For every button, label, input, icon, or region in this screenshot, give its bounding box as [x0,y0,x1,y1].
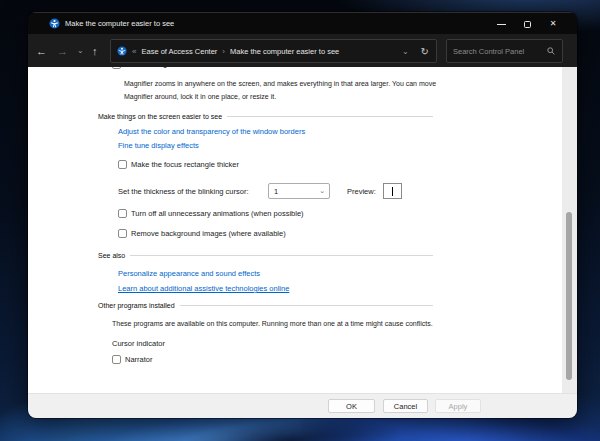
refresh-icon[interactable]: ↻ [421,46,429,57]
narrator-checkbox[interactable] [112,355,121,364]
ease-of-access-window: Make the computer easier to see ✕ ← → ⌄ … [28,12,577,418]
back-icon[interactable]: ← [36,34,47,67]
minimize-button[interactable] [488,13,514,35]
ease-of-access-icon [117,46,127,56]
forward-icon[interactable]: → [57,34,68,67]
title-bar[interactable]: Make the computer easier to see ✕ [28,12,577,34]
ease-of-access-icon [49,18,60,29]
link-window-borders[interactable]: Adjust the color and transparency of the… [118,127,305,136]
vertical-scrollbar[interactable] [562,67,577,393]
background-images-checkbox[interactable] [118,229,127,238]
maximize-button[interactable] [514,13,540,35]
ok-button[interactable]: OK [328,399,375,413]
address-dropdown-chevron-icon[interactable]: ⌄ [402,47,409,56]
chevron-down-icon: ⌄ [319,187,329,195]
up-icon[interactable]: ↑ [92,34,98,67]
checkbox-label: Turn on Magnifier [125,67,184,72]
section-title: See also [98,252,125,259]
close-icon: ✕ [550,20,557,28]
checkbox-label: Make the focus rectangle thicker [131,160,239,169]
breadcrumb-root[interactable]: Ease of Access Center [141,47,217,56]
background-images-row[interactable]: Remove background images (where availabl… [118,229,286,238]
minimize-icon [497,24,506,25]
magnifier-description-line1: Magnifier zooms in anywhere on the scree… [124,80,436,87]
section-rule [130,255,433,256]
cursor-indicator-label: Cursor indicator [112,339,165,348]
cursor-thickness-dropdown[interactable]: 1 ⌄ [268,183,330,199]
section-title: Other programs installed [98,302,175,309]
checkbox-label: Narrator [125,355,153,364]
settings-page: Turn on Magnifier Magnifier zooms in any… [28,67,577,393]
link-assistive-technologies[interactable]: Learn about additional assistive technol… [118,284,289,293]
recent-pages-chevron-icon[interactable]: ⌄ [77,34,84,67]
preview-label: Preview: [347,187,376,196]
section-header-see-also: See also [98,252,433,259]
cursor-preview-caret [392,187,393,196]
desktop: Make the computer easier to see ✕ ← → ⌄ … [0,0,600,441]
focus-rectangle-row[interactable]: Make the focus rectangle thicker [118,160,239,169]
checkbox-label: Turn off all unnecessary animations (whe… [131,209,304,218]
maximize-icon [524,21,531,28]
clipped-turn-on-magnifier-row[interactable]: Turn on Magnifier [112,67,184,72]
animations-row[interactable]: Turn off all unnecessary animations (whe… [118,209,304,218]
section-title: Make things on the screen easier to see [98,113,222,120]
cursor-thickness-label: Set the thickness of the blinking cursor… [118,187,249,196]
section-rule [180,305,433,306]
other-programs-description: These programs are available on this com… [112,320,433,327]
section-header-easier-to-see: Make things on the screen easier to see [98,113,433,120]
dropdown-value: 1 [269,187,278,196]
scrollbar-thumb[interactable] [566,212,572,380]
link-fine-tune-display[interactable]: Fine tune display effects [118,141,199,150]
window-title: Make the computer easier to see [65,19,174,28]
breadcrumb-separator-icon: › [222,47,225,56]
search-input[interactable] [447,47,547,56]
magnifier-description-line2: Magnifier around, lock it in one place, … [124,93,276,100]
section-header-other-programs: Other programs installed [98,302,433,309]
dialog-footer: OK Cancel Apply [28,393,577,418]
focus-rectangle-checkbox[interactable] [118,160,127,169]
apply-button: Apply [435,399,481,413]
close-button[interactable]: ✕ [540,13,566,35]
checkbox[interactable] [112,67,121,69]
address-bar[interactable]: « Ease of Access Center › Make the compu… [110,39,437,63]
animations-checkbox[interactable] [118,209,127,218]
search-icon[interactable] [547,47,555,55]
link-personalize[interactable]: Personalize appearance and sound effects [118,269,260,278]
cancel-button[interactable]: Cancel [383,399,428,413]
search-box[interactable] [446,39,563,63]
cursor-preview-box [383,183,402,199]
caption-buttons: ✕ [488,13,566,35]
breadcrumb-current[interactable]: Make the computer easier to see [230,47,339,56]
section-rule [227,116,433,117]
navigation-toolbar: ← → ⌄ ↑ « Ease of Access Center › Make t… [28,34,577,67]
breadcrumb-overflow-icon[interactable]: « [132,47,136,56]
checkbox-label: Remove background images (where availabl… [131,229,286,238]
narrator-row[interactable]: Narrator [112,355,153,364]
